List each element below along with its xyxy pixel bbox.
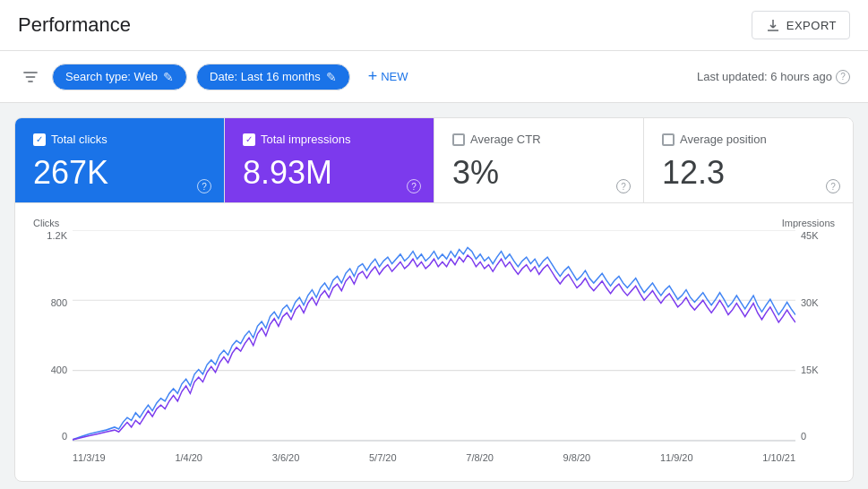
plus-icon: + xyxy=(368,67,378,86)
x-label-2: 3/6/20 xyxy=(272,452,300,463)
search-type-label: Search type: Web xyxy=(65,70,158,83)
svg-rect-2 xyxy=(28,81,33,82)
x-axis-labels: 11/3/19 1/4/20 3/6/20 5/7/20 7/8/20 9/8/… xyxy=(73,443,795,463)
filter-lines-icon xyxy=(21,68,39,86)
impressions-value: 8.93M xyxy=(243,153,416,192)
date-label: Date: Last 16 months xyxy=(210,70,321,83)
clicks-value: 267K xyxy=(33,153,206,192)
position-help-icon[interactable]: ? xyxy=(826,179,840,193)
metrics-row: Total clicks 267K ? Total impressions 8.… xyxy=(15,118,853,203)
left-axis-title: Clicks xyxy=(33,218,59,228)
toolbar: Search type: Web ✎ Date: Last 16 months … xyxy=(0,51,868,103)
right-y-label-0: 45K xyxy=(801,230,819,241)
clicks-label: Total clicks xyxy=(51,133,107,146)
edit-icon: ✎ xyxy=(163,70,174,84)
last-updated-text: Last updated: 6 hours ago xyxy=(697,70,832,83)
left-y-label-1: 800 xyxy=(51,297,67,308)
right-axis-title: Impressions xyxy=(782,218,835,228)
x-label-4: 7/8/20 xyxy=(466,452,494,463)
date-filter-chip[interactable]: Date: Last 16 months ✎ xyxy=(196,64,350,90)
ctr-help-icon[interactable]: ? xyxy=(616,179,631,193)
svg-rect-0 xyxy=(23,72,38,73)
impressions-help-icon[interactable]: ? xyxy=(407,179,421,193)
search-type-filter-chip[interactable]: Search type: Web ✎ xyxy=(52,64,187,90)
main-card: Total clicks 267K ? Total impressions 8.… xyxy=(14,117,854,482)
x-label-0: 11/3/19 xyxy=(73,452,106,463)
x-label-6: 11/9/20 xyxy=(660,452,693,463)
metric-average-ctr[interactable]: Average CTR 3% ? xyxy=(434,118,644,202)
right-y-label-2: 15K xyxy=(801,365,819,375)
export-button[interactable]: EXPORT xyxy=(752,11,850,39)
metric-total-impressions[interactable]: Total impressions 8.93M ? xyxy=(225,118,434,202)
clicks-checkbox[interactable] xyxy=(33,133,46,146)
svg-rect-1 xyxy=(26,76,36,78)
impressions-checkbox[interactable] xyxy=(243,133,255,146)
page-header: Performance EXPORT xyxy=(0,0,868,51)
left-y-axis: 1.2K 800 400 0 xyxy=(33,230,73,442)
chart-svg-container xyxy=(73,230,795,442)
new-filter-button[interactable]: + NEW xyxy=(359,62,417,91)
x-label-5: 9/8/20 xyxy=(563,452,591,463)
ctr-label: Average CTR xyxy=(470,133,541,146)
right-y-axis: 45K 30K 15K 0 xyxy=(795,230,835,442)
edit-icon-date: ✎ xyxy=(326,70,337,84)
last-updated: Last updated: 6 hours ago ? xyxy=(697,70,850,84)
left-y-label-2: 400 xyxy=(51,365,67,375)
download-icon xyxy=(765,17,781,33)
clicks-line xyxy=(73,247,795,440)
metric-total-clicks[interactable]: Total clicks 267K ? xyxy=(15,118,225,202)
clicks-help-icon[interactable]: ? xyxy=(197,179,211,193)
x-label-1: 1/4/20 xyxy=(175,452,202,463)
chart-area: Clicks Impressions 1.2K 800 400 0 45K 30… xyxy=(15,203,853,481)
page-title: Performance xyxy=(18,13,131,37)
impressions-label: Total impressions xyxy=(261,133,350,146)
metric-average-position[interactable]: Average position 12.3 ? xyxy=(644,118,853,202)
x-label-7: 1/10/21 xyxy=(762,452,795,463)
right-y-label-1: 30K xyxy=(801,297,819,308)
ctr-value: 3% xyxy=(452,153,625,192)
filter-icon-button[interactable] xyxy=(18,64,43,90)
position-value: 12.3 xyxy=(662,153,835,192)
help-icon[interactable]: ? xyxy=(836,70,850,84)
new-label: NEW xyxy=(381,70,408,83)
position-checkbox[interactable] xyxy=(662,133,675,146)
x-label-3: 5/7/20 xyxy=(369,452,397,463)
right-y-label-3: 0 xyxy=(801,431,806,442)
chart-grid-svg xyxy=(73,230,795,442)
impressions-line xyxy=(73,255,795,440)
left-y-label-3: 0 xyxy=(62,431,67,442)
position-label: Average position xyxy=(680,133,767,146)
left-y-label-0: 1.2K xyxy=(47,230,67,241)
export-label: EXPORT xyxy=(786,19,837,32)
ctr-checkbox[interactable] xyxy=(452,133,465,146)
